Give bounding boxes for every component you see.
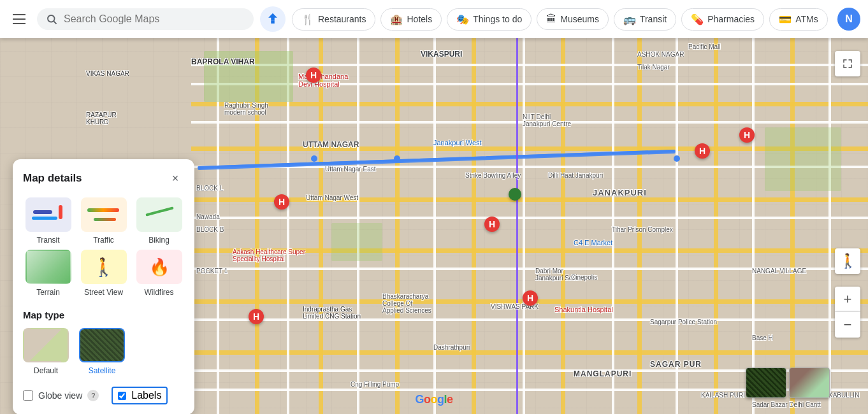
road-v2 — [319, 38, 323, 414]
search-icon — [46, 13, 57, 25]
map-option-terrain[interactable]: Terrain — [23, 250, 73, 297]
expand-button[interactable] — [835, 51, 860, 76]
green-place-pin-1[interactable] — [509, 188, 521, 201]
hospital-icon-1: H — [306, 68, 321, 83]
road-minor-v8 — [752, 38, 755, 414]
metro-line-thumb — [32, 217, 57, 220]
road-v3 — [395, 38, 400, 414]
hotels-icon: 🏨 — [390, 13, 403, 25]
road-minor-v4 — [433, 38, 436, 414]
pill-pharmacies[interactable]: 💊 Pharmacies — [681, 8, 764, 31]
road-v5 — [561, 38, 565, 414]
hospital-pin-2[interactable]: H — [274, 194, 289, 210]
road-minor-h6 — [191, 268, 868, 270]
pill-restaurants-label: Restaurants — [318, 14, 366, 24]
google-o2: o — [430, 393, 437, 406]
road-minor-v5 — [523, 38, 525, 414]
pharmacies-icon: 💊 — [691, 13, 704, 25]
wildfires-option-label: Wildfires — [144, 288, 173, 297]
route-dot-3 — [674, 155, 680, 162]
google-g2: g — [437, 393, 444, 406]
pill-things-label: Things to do — [473, 14, 522, 24]
panel-header: Map details × — [23, 169, 184, 187]
map-option-traffic[interactable]: Traffic — [78, 197, 129, 245]
search-input[interactable] — [64, 13, 245, 25]
expand-icon — [842, 58, 853, 69]
transit-option-label: Transit — [36, 236, 59, 245]
traffic-thumb — [81, 197, 127, 232]
route-dot-2 — [311, 155, 317, 162]
map-option-transit[interactable]: Transit — [23, 197, 73, 245]
pill-museums[interactable]: 🏛 Museums — [537, 8, 609, 30]
terrain-option-label: Terrain — [36, 288, 60, 297]
right-controls — [835, 51, 860, 76]
hospital-pin-7[interactable]: H — [695, 143, 710, 159]
pill-transit[interactable]: 🚌 Transit — [614, 8, 676, 31]
museums-icon: 🏛 — [546, 13, 556, 25]
hospital-pin-1[interactable]: H — [306, 68, 321, 83]
globe-view-item[interactable]: Globe view ? — [23, 390, 99, 401]
road-v4 — [472, 38, 476, 414]
road-minor-h7 — [191, 318, 868, 321]
zoom-in-button[interactable]: + — [835, 287, 860, 312]
hospital-pin-4[interactable]: H — [523, 290, 538, 306]
fire-icon: 🔥 — [149, 257, 170, 277]
biking-thumb — [136, 197, 182, 232]
pill-things-to-do[interactable]: 🎭 Things to do — [447, 8, 532, 31]
globe-view-checkbox[interactable] — [23, 390, 33, 401]
green-area-2 — [331, 223, 382, 261]
menu-button[interactable] — [8, 8, 31, 31]
labels-label: Labels — [131, 390, 161, 401]
metro-line-1 — [516, 38, 518, 414]
map-option-wildfires[interactable]: 🔥 Wildfires — [134, 250, 184, 297]
hospital-pin-5[interactable]: H — [249, 309, 264, 324]
pill-restaurants[interactable]: 🍴 Restaurants — [292, 8, 375, 31]
traffic-option-label: Traffic — [93, 236, 114, 245]
pegman-control[interactable]: 🚶 — [835, 248, 860, 274]
pill-atms-label: ATMs — [795, 14, 818, 24]
hospital-icon-6: H — [739, 127, 755, 143]
thumbnail-satellite[interactable] — [746, 368, 786, 398]
user-avatar[interactable]: N — [837, 8, 860, 31]
svg-point-0 — [48, 15, 55, 22]
road-h4 — [191, 248, 868, 253]
map-type-default[interactable]: Default — [23, 328, 69, 375]
pill-pharmacies-label: Pharmacies — [707, 14, 755, 24]
biking-option-label: Biking — [148, 236, 170, 245]
svg-rect-2 — [271, 20, 275, 24]
road-minor-v6 — [612, 38, 614, 414]
wildfires-thumb: 🔥 — [136, 250, 182, 284]
panel-close-button[interactable]: × — [166, 169, 184, 187]
panel-title: Map details — [23, 172, 82, 185]
pegman-icon: 🚶 — [92, 257, 115, 278]
default-type-thumb — [23, 328, 69, 362]
pill-hotels[interactable]: 🏨 Hotels — [380, 8, 442, 31]
road-minor-v7 — [676, 38, 678, 414]
route-dot-1 — [394, 155, 400, 162]
search-box[interactable] — [37, 8, 254, 30]
hospital-icon-4: H — [523, 290, 538, 306]
directions-button[interactable] — [260, 6, 286, 32]
map-type-thumbnails — [746, 368, 830, 398]
hospital-pin-6[interactable]: H — [739, 127, 755, 143]
green-place-icon-1 — [509, 188, 521, 201]
terrain-thumb — [25, 250, 71, 284]
pill-atms[interactable]: 💳 ATMs — [769, 8, 828, 31]
zoom-controls: + − — [835, 287, 860, 338]
map-type-satellite[interactable]: Satellite — [79, 328, 125, 375]
road-h3 — [191, 197, 868, 202]
globe-view-label: Globe view — [38, 390, 82, 401]
transit-thumb — [25, 197, 71, 232]
zoom-out-button[interactable]: − — [835, 312, 860, 338]
labels-checkbox[interactable] — [118, 392, 126, 400]
road-h1 — [191, 102, 868, 106]
transit-icon: 🚌 — [623, 13, 636, 25]
labels-checkbox-wrapper[interactable]: Labels — [112, 387, 168, 404]
globe-help-icon[interactable]: ? — [87, 390, 99, 401]
menu-line-1 — [13, 14, 25, 15]
map-option-street-view[interactable]: 🚶 Street View — [78, 250, 129, 297]
map-option-biking[interactable]: Biking — [134, 197, 184, 245]
pill-hotels-label: Hotels — [407, 14, 432, 24]
hospital-pin-3[interactable]: H — [484, 217, 500, 232]
thumbnail-terrain[interactable] — [789, 368, 830, 398]
